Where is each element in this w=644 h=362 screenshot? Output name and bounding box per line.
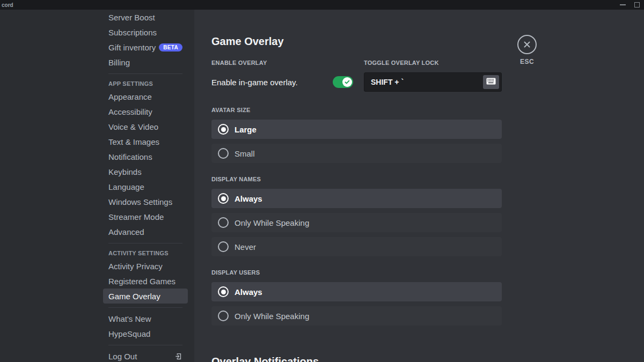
enable-overlay-label: ENABLE OVERLAY bbox=[211, 60, 353, 66]
radio-icon bbox=[218, 286, 229, 297]
radio-option-small[interactable]: Small bbox=[211, 144, 502, 163]
sidebar-item-billing[interactable]: Billing bbox=[103, 55, 188, 70]
sidebar-item-keybinds[interactable]: Keybinds bbox=[103, 164, 188, 179]
overlay-lock-keybind-input[interactable]: SHIFT + ` bbox=[364, 72, 502, 92]
sidebar-divider bbox=[108, 73, 182, 74]
sidebar-item-gift-inventory[interactable]: Gift inventory BETA bbox=[103, 40, 188, 55]
radio-option-names-never[interactable]: Never bbox=[211, 237, 502, 256]
avatar-size-label: AVATAR SIZE bbox=[211, 107, 502, 113]
sidebar-item-hypesquad[interactable]: HypeSquad bbox=[103, 326, 188, 341]
sidebar-item-log-out[interactable]: Log Out bbox=[103, 349, 188, 362]
sidebar-header-activity-settings: ACTIVITY SETTINGS bbox=[103, 247, 188, 258]
esc-label: ESC bbox=[516, 58, 538, 65]
radio-icon bbox=[218, 193, 229, 204]
enable-overlay-text: Enable in-game overlay. bbox=[211, 78, 298, 87]
radio-option-users-always[interactable]: Always bbox=[211, 282, 502, 301]
sidebar-item-streamer-mode[interactable]: Streamer Mode bbox=[103, 209, 188, 224]
sidebar-divider bbox=[108, 345, 182, 345]
sidebar-item-notifications[interactable]: Notifications bbox=[103, 149, 188, 164]
page-title: Game Overlay bbox=[211, 35, 502, 48]
sidebar-item-text-images[interactable]: Text & Images bbox=[103, 134, 188, 149]
radio-icon bbox=[218, 148, 229, 159]
keyboard-icon bbox=[486, 77, 496, 87]
sidebar-item-game-overlay[interactable]: Game Overlay bbox=[103, 289, 188, 304]
settings-content-area: Game Overlay ENABLE OVERLAY Enable in-ga… bbox=[194, 10, 644, 362]
overlay-lock-label: TOGGLE OVERLAY LOCK bbox=[364, 60, 502, 66]
log-out-icon bbox=[174, 352, 182, 360]
radio-icon bbox=[218, 241, 229, 252]
radio-icon bbox=[218, 217, 229, 228]
close-icon[interactable] bbox=[517, 35, 537, 54]
radio-icon bbox=[218, 124, 229, 135]
toggle-knob bbox=[342, 77, 352, 87]
window-title: cord bbox=[0, 2, 13, 8]
display-names-group: Always Only While Speaking Never bbox=[211, 189, 502, 256]
beta-badge: BETA bbox=[159, 43, 182, 51]
display-users-label: DISPLAY USERS bbox=[211, 269, 502, 276]
record-keybind-button[interactable] bbox=[483, 75, 499, 89]
overlay-notifications-title: Overlay Notifications bbox=[211, 356, 502, 362]
enable-overlay-toggle[interactable] bbox=[333, 76, 353, 88]
sidebar-item-server-boost[interactable]: Server Boost bbox=[103, 10, 188, 25]
maximize-icon[interactable] bbox=[634, 2, 640, 8]
keybind-value: SHIFT + ` bbox=[371, 78, 483, 86]
radio-option-names-always[interactable]: Always bbox=[211, 189, 502, 208]
sidebar-item-activity-privacy[interactable]: Activity Privacy bbox=[103, 258, 188, 274]
radio-option-names-only-while-speaking[interactable]: Only While Speaking bbox=[211, 213, 502, 232]
sidebar-header-app-settings: APP SETTINGS bbox=[103, 77, 188, 89]
sidebar-item-windows-settings[interactable]: Windows Settings bbox=[103, 194, 188, 209]
radio-icon bbox=[218, 311, 229, 321]
sidebar-item-voice-video[interactable]: Voice & Video bbox=[103, 119, 188, 134]
display-users-group: Always Only While Speaking bbox=[211, 282, 502, 326]
sidebar-item-accessibility[interactable]: Accessibility bbox=[103, 104, 188, 119]
window-controls bbox=[620, 0, 644, 10]
settings-nav: Server Boost Subscriptions Gift inventor… bbox=[103, 10, 188, 362]
sidebar-divider bbox=[108, 243, 182, 243]
avatar-size-group: Large Small bbox=[211, 120, 502, 163]
settings-sidebar: Server Boost Subscriptions Gift inventor… bbox=[0, 10, 194, 362]
sidebar-item-whats-new[interactable]: What's New bbox=[103, 311, 188, 326]
sidebar-item-registered-games[interactable]: Registered Games bbox=[103, 274, 188, 289]
sidebar-item-language[interactable]: Language bbox=[103, 179, 188, 194]
sidebar-item-appearance[interactable]: Appearance bbox=[103, 89, 188, 104]
display-names-label: DISPLAY NAMES bbox=[211, 176, 502, 182]
sidebar-item-subscriptions[interactable]: Subscriptions bbox=[103, 25, 188, 40]
sidebar-item-advanced[interactable]: Advanced bbox=[103, 224, 188, 239]
radio-option-users-only-while-speaking[interactable]: Only While Speaking bbox=[211, 306, 502, 326]
close-settings-button[interactable]: ESC bbox=[516, 35, 538, 65]
minimize-icon[interactable] bbox=[620, 4, 626, 5]
titlebar: cord bbox=[0, 0, 644, 10]
sidebar-divider bbox=[108, 307, 182, 308]
radio-option-large[interactable]: Large bbox=[211, 120, 502, 139]
